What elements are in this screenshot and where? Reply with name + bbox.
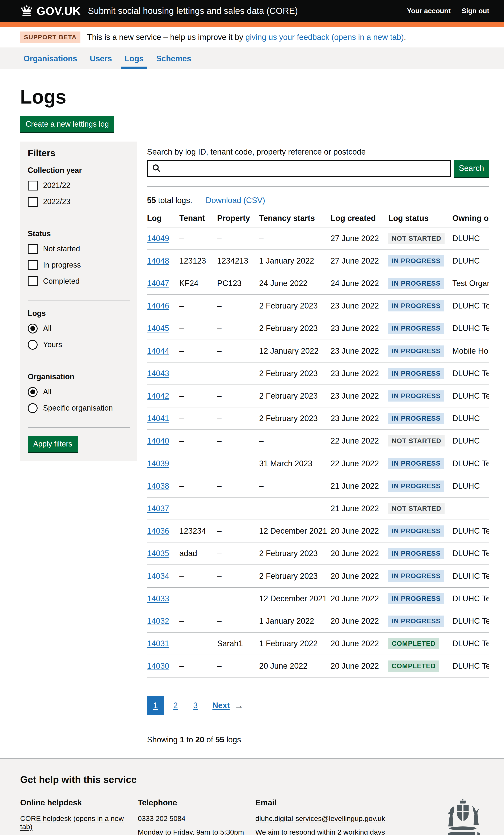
footer-column-heading: Telephone	[138, 798, 255, 807]
log-id-link[interactable]: 14042	[147, 391, 169, 400]
col-header-owning-organisation: Owning organisation	[452, 210, 489, 227]
download-csv-link[interactable]: Download (CSV)	[206, 196, 265, 205]
log-id-link[interactable]: 14034	[147, 572, 169, 581]
radio-button[interactable]	[28, 340, 38, 350]
log-id-link[interactable]: 14039	[147, 459, 169, 468]
search-icon	[152, 163, 161, 174]
checkbox[interactable]	[28, 260, 38, 270]
pagination-page-link[interactable]: 2	[167, 696, 184, 715]
nav-tab-organisations[interactable]: Organisations	[20, 47, 81, 69]
table-row: 14038 – – – 21 June 2022 IN PROGRESS DLU…	[147, 475, 489, 497]
tenancy-starts-cell: 12 January 2022	[259, 340, 330, 362]
log-created-cell: 20 June 2022	[330, 520, 388, 542]
table-row: 14035 adad – 2 February 2023 20 June 202…	[147, 542, 489, 565]
search-input[interactable]	[147, 160, 451, 177]
log-id-link[interactable]: 14048	[147, 257, 169, 265]
nav-tab-schemes[interactable]: Schemes	[153, 47, 195, 69]
sign-out-link[interactable]: Sign out	[462, 7, 489, 15]
filter-group-legend: Collection year	[28, 166, 130, 175]
nav-tab-logs[interactable]: Logs	[121, 47, 147, 69]
tenant-cell: –	[179, 565, 217, 587]
log-id-link[interactable]: 14038	[147, 482, 169, 490]
filter-option-label: Not started	[43, 244, 80, 253]
log-id-link[interactable]: 14045	[147, 324, 169, 333]
filter-option: 2022/23	[28, 197, 130, 207]
tenancy-starts-cell: 1 January 2022	[259, 250, 330, 272]
log-created-cell: 23 June 2022	[330, 407, 388, 430]
checkbox[interactable]	[28, 197, 38, 207]
property-cell: –	[217, 294, 259, 317]
property-cell: 1234213	[217, 250, 259, 272]
log-id-link[interactable]: 14041	[147, 414, 169, 423]
log-id-link[interactable]: 14043	[147, 369, 169, 378]
table-row: 14031 – Sarah1 1 February 2022 20 June 2…	[147, 632, 489, 655]
apply-filters-button[interactable]: Apply filters	[28, 436, 78, 452]
footer-text: 0333 202 5084	[138, 814, 255, 822]
pagination-next-link[interactable]: Next	[212, 701, 229, 710]
tenant-cell: –	[179, 475, 217, 497]
status-badge: IN PROGRESS	[388, 593, 444, 604]
status-badge: IN PROGRESS	[388, 278, 444, 289]
pagination-current-page[interactable]: 1	[147, 696, 164, 715]
service-name[interactable]: Submit social housing lettings and sales…	[88, 6, 298, 16]
status-badge: IN PROGRESS	[388, 526, 444, 536]
checkbox[interactable]	[28, 277, 38, 286]
search-button[interactable]: Search	[453, 160, 489, 177]
owning-organisation-cell: DLUHC Test	[452, 655, 489, 677]
tenancy-starts-cell: 2 February 2023	[259, 317, 330, 340]
checkbox[interactable]	[28, 181, 38, 190]
owning-organisation-cell: DLUHC Test	[452, 587, 489, 610]
log-created-cell: 23 June 2022	[330, 294, 388, 317]
owning-organisation-cell: DLUHC Test	[452, 452, 489, 475]
footer-column-heading: Email	[255, 798, 394, 807]
tenant-cell: –	[179, 452, 217, 475]
tenant-cell: adad	[179, 542, 217, 565]
log-created-cell: 20 June 2022	[330, 565, 388, 587]
gov-uk-header: GOV.UK Submit social housing lettings an…	[0, 0, 504, 22]
gov-uk-logo[interactable]: GOV.UK	[20, 4, 81, 17]
log-id-link[interactable]: 14031	[147, 639, 169, 648]
log-id-link[interactable]: 14040	[147, 436, 169, 445]
col-header-tenancy-starts: Tenancy starts	[259, 210, 330, 227]
footer-link[interactable]: CORE helpdesk (opens in a new tab)	[20, 814, 138, 831]
log-id-link[interactable]: 14044	[147, 347, 169, 355]
filter-option-label: Completed	[43, 277, 80, 286]
table-row: 14034 – – 2 February 2023 20 June 2022 I…	[147, 565, 489, 587]
property-cell: –	[217, 227, 259, 250]
accent-bar	[0, 22, 504, 27]
owning-organisation-cell: DLUHC	[452, 407, 489, 430]
property-cell: –	[217, 452, 259, 475]
status-badge: IN PROGRESS	[388, 256, 444, 266]
log-id-link[interactable]: 14033	[147, 594, 169, 603]
filter-option: All	[28, 324, 130, 333]
owning-organisation-cell: DLUHC Test	[452, 520, 489, 542]
checkbox[interactable]	[28, 244, 38, 254]
log-id-link[interactable]: 14032	[147, 616, 169, 626]
log-id-link[interactable]: 14035	[147, 549, 169, 558]
log-id-link[interactable]: 14047	[147, 279, 169, 288]
table-row: 14033 – – 12 December 2021 20 June 2022 …	[147, 587, 489, 610]
log-id-link[interactable]: 14036	[147, 527, 169, 535]
log-id-link[interactable]: 14037	[147, 504, 169, 513]
tenancy-starts-cell: 1 January 2022	[259, 610, 330, 632]
footer-link[interactable]: dluhc.digital-services@levellingup.gov.u…	[255, 814, 385, 822]
your-account-link[interactable]: Your account	[407, 7, 451, 15]
radio-button[interactable]	[28, 387, 38, 397]
radio-button[interactable]	[28, 324, 38, 333]
nav-tab-users[interactable]: Users	[86, 47, 116, 69]
pagination-page-link[interactable]: 3	[187, 696, 204, 715]
create-lettings-log-button[interactable]: Create a new lettings log	[20, 116, 114, 132]
log-id-link[interactable]: 14030	[147, 661, 169, 670]
radio-button[interactable]	[28, 403, 38, 413]
log-id-link[interactable]: 14049	[147, 234, 169, 243]
search-label: Search by log ID, tenant code, property …	[147, 147, 489, 157]
filter-group-legend: Organisation	[28, 372, 130, 381]
status-badge: IN PROGRESS	[388, 413, 444, 424]
search-box	[147, 160, 451, 177]
log-id-link[interactable]: 14046	[147, 301, 169, 310]
status-badge: NOT STARTED	[388, 435, 445, 447]
col-header-property: Property	[217, 210, 259, 227]
feedback-link[interactable]: giving us your feedback (opens in a new …	[245, 33, 404, 42]
status-badge: IN PROGRESS	[388, 345, 444, 357]
owning-organisation-cell: DLUHC Test	[452, 542, 489, 565]
